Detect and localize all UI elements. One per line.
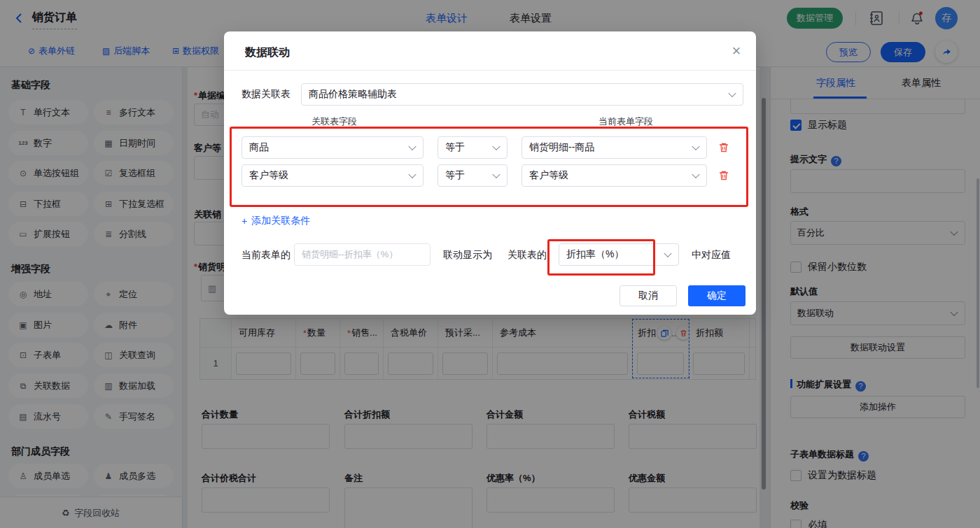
chevron-down-icon [664,250,671,257]
cancel-button[interactable]: 取消 [620,285,677,306]
condition-right-select[interactable]: 销货明细--商品 [522,136,707,159]
column-header-left: 关联表字段 [312,115,357,128]
target-field-input-disabled: 销货明细--折扣率（%） [294,243,430,266]
sentence-of: 关联表的 [507,249,547,262]
chevron-down-icon [728,90,736,97]
chevron-down-icon [692,171,699,178]
chevron-down-icon [408,171,416,178]
chevron-down-icon [492,143,500,150]
condition-left-select[interactable]: 客户等级 [241,164,424,187]
sentence-suffix: 中对应值 [692,249,731,262]
data-linkage-modal: 数据联动 × 数据关联表 商品价格策略辅助表 关联表字段 当前表单字段 商品 等… [224,31,756,315]
chevron-down-icon [692,143,699,150]
modal-header-divider [224,70,756,71]
relation-table-label: 数据关联表 [241,88,290,101]
sentence-prefix: 当前表单的 [241,249,290,262]
source-field-select[interactable]: 折扣率（%） [559,243,679,266]
close-icon[interactable]: × [727,41,746,61]
add-condition-link[interactable]: +添加关联条件 [241,215,310,227]
column-header-right: 当前表单字段 [598,115,653,128]
app-root: 销货订单 表单设计 表单设置 数据管理 存 ⊘表单外链 ▨后端脚本 ⊞数据权限 … [0,0,980,528]
condition-right-select[interactable]: 客户等级 [522,164,707,187]
modal-title: 数据联动 [245,45,290,60]
condition-left-select[interactable]: 商品 [241,136,424,159]
confirm-button[interactable]: 确定 [688,285,746,306]
relation-table-select[interactable]: 商品价格策略辅助表 [301,83,743,106]
sentence-middle: 联动显示为 [443,249,492,262]
delete-condition-icon[interactable] [718,170,729,181]
chevron-down-icon [492,171,500,178]
delete-condition-icon[interactable] [718,142,729,153]
condition-op-select[interactable]: 等于 [438,164,507,187]
condition-op-select[interactable]: 等于 [438,136,507,159]
plus-icon: + [241,215,247,227]
chevron-down-icon [408,143,416,150]
